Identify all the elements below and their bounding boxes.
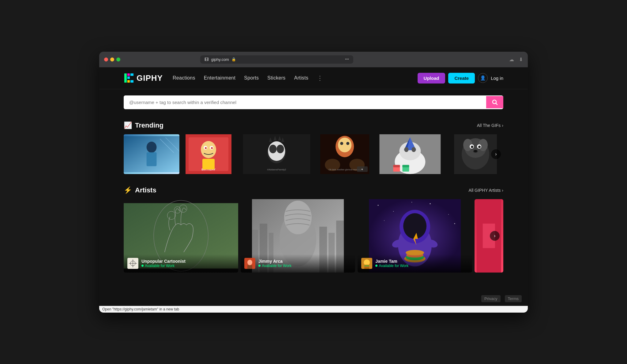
svg-point-91 <box>411 202 412 202</box>
artist-status-text-2: Available for Work <box>262 264 291 268</box>
terms-link[interactable]: Terms <box>505 295 522 302</box>
site-content: GIPHY Reactions Entertainment Sports Sti… <box>99 67 528 306</box>
minimize-button[interactable] <box>110 58 114 61</box>
svg-point-9 <box>147 142 157 153</box>
artist-card-1[interactable]: Unpopular Cartoonist Available for Work <box>124 199 238 273</box>
artist-info-1: Unpopular Cartoonist Available for Work <box>124 254 238 273</box>
privacy-link[interactable]: Privacy <box>481 295 501 302</box>
cloud-icon[interactable]: ☁ <box>509 57 514 62</box>
trending-gif-strip: HAPPY BIRTHDAY <box>124 134 503 174</box>
more-icon[interactable]: ••• <box>345 57 349 61</box>
download-icon[interactable]: ⬇ <box>519 57 523 62</box>
svg-point-39 <box>346 142 349 145</box>
artist-status-2: Available for Work <box>258 264 291 268</box>
artist-details-1: Unpopular Cartoonist Available for Work <box>141 259 186 268</box>
nav-link-reactions[interactable]: Reactions <box>173 75 195 80</box>
svg-point-64 <box>474 150 477 152</box>
favicon-icon: 🎞 <box>205 57 209 61</box>
search-icon <box>492 99 498 105</box>
all-gifs-label: All The GIFs <box>477 123 501 128</box>
nav-link-stickers[interactable]: Stickers <box>267 75 285 80</box>
status-dot-2 <box>258 265 261 267</box>
search-bar <box>124 95 503 109</box>
chevron-right-icon: › <box>502 123 503 128</box>
fullscreen-button[interactable] <box>116 58 120 61</box>
artist-card-3[interactable]: Jamie Tam Available for Work <box>358 199 472 273</box>
artists-header: ⚡ Artists All GIPHY Artists › <box>124 186 503 194</box>
artists-next-button[interactable]: › <box>490 231 500 241</box>
chevron-right-icon-artists: › <box>502 188 503 193</box>
gif-image-2: HAPPY BIRTHDAY <box>181 134 236 174</box>
artist-avatar-1 <box>127 258 138 269</box>
footer-bar: Privacy Terms <box>475 292 528 306</box>
nav-actions: Upload Create 👤 Log in <box>418 73 503 84</box>
svg-rect-5 <box>130 80 133 83</box>
search-section <box>99 89 528 115</box>
status-text: Open "https://giphy.com/jamietam" in a n… <box>102 307 179 311</box>
svg-point-37 <box>338 138 351 152</box>
user-avatar-icon: 👤 <box>480 75 486 81</box>
svg-point-38 <box>340 142 343 145</box>
svg-point-84 <box>247 260 252 265</box>
artist-status-3: Available for Work <box>375 264 408 268</box>
svg-line-7 <box>496 103 497 105</box>
nav-item-reactions[interactable]: Reactions <box>173 75 195 81</box>
nav-item-stickers[interactable]: Stickers <box>267 75 285 81</box>
trending-next-button[interactable]: › <box>491 149 501 159</box>
nav-link-sports[interactable]: Sports <box>244 75 259 80</box>
svg-point-15 <box>201 141 216 158</box>
nav-item-artists[interactable]: Artists <box>294 75 309 81</box>
logo-icon <box>124 73 134 83</box>
all-artists-link[interactable]: All GIPHY Artists › <box>469 188 503 193</box>
svg-rect-109 <box>364 266 369 267</box>
trending-gif-2[interactable]: HAPPY BIRTHDAY <box>181 134 236 174</box>
search-input[interactable] <box>124 95 486 109</box>
artist-avatar-image-2 <box>244 258 255 269</box>
artist-name-3: Jamie Tam <box>375 259 408 264</box>
trending-gif-5[interactable] <box>374 134 446 174</box>
nav-item-entertainment[interactable]: Entertainment <box>204 75 236 81</box>
svg-point-18 <box>205 147 207 149</box>
logo[interactable]: GIPHY <box>124 73 163 83</box>
gif-image-5 <box>374 134 446 174</box>
search-button[interactable] <box>486 96 503 108</box>
address-bar[interactable]: 🎞 giphy.com 🔒 ••• <box>200 55 353 64</box>
svg-rect-4 <box>130 73 133 76</box>
all-artists-label: All GIPHY Artists <box>469 188 501 193</box>
trending-icon: 📈 <box>124 121 132 129</box>
svg-point-19 <box>211 147 213 149</box>
artists-title: ⚡ Artists <box>124 186 156 194</box>
trending-title: 📈 Trending <box>124 121 163 129</box>
svg-rect-10 <box>147 152 157 166</box>
artist-card-2[interactable]: Jimmy Arca Available for Work <box>241 199 355 273</box>
svg-point-62 <box>478 146 481 148</box>
close-button[interactable] <box>104 58 108 61</box>
svg-rect-1 <box>127 73 130 76</box>
status-bar: Open "https://giphy.com/jamietam" in a n… <box>99 306 528 313</box>
login-button[interactable]: Log in <box>491 76 503 81</box>
browser-window: 🎞 giphy.com 🔒 ••• ☁ ⬇ GIPHY <box>99 52 528 313</box>
user-icon[interactable]: 👤 <box>478 73 488 83</box>
site-header: GIPHY Reactions Entertainment Sports Sti… <box>99 67 528 89</box>
trending-gif-1[interactable] <box>124 134 179 174</box>
trending-gif-3[interactable]: #AddamsFamily2 <box>238 134 316 174</box>
logo-text: GIPHY <box>137 73 163 83</box>
create-button[interactable]: Create <box>448 73 475 84</box>
svg-rect-51 <box>393 165 400 167</box>
svg-point-93 <box>454 223 455 224</box>
artists-section: ⚡ Artists All GIPHY Artists › <box>99 180 528 279</box>
gif-image-1 <box>124 134 179 174</box>
nav-item-sports[interactable]: Sports <box>244 75 259 81</box>
artist-avatar-image-1 <box>127 258 138 269</box>
nav-links: Reactions Entertainment Sports Stickers … <box>173 74 323 82</box>
svg-rect-3 <box>127 80 130 83</box>
trending-gif-4[interactable]: Oh look, another glorious morning ⊕ <box>317 134 373 174</box>
svg-point-89 <box>430 203 431 204</box>
nav-link-artists[interactable]: Artists <box>294 75 309 80</box>
nav-link-entertainment[interactable]: Entertainment <box>204 75 236 80</box>
all-gifs-link[interactable]: All The GIFs › <box>477 123 503 128</box>
svg-rect-85 <box>247 265 252 269</box>
nav-more-button[interactable]: ⋮ <box>317 74 323 82</box>
svg-point-92 <box>384 220 385 221</box>
upload-button[interactable]: Upload <box>418 73 445 84</box>
